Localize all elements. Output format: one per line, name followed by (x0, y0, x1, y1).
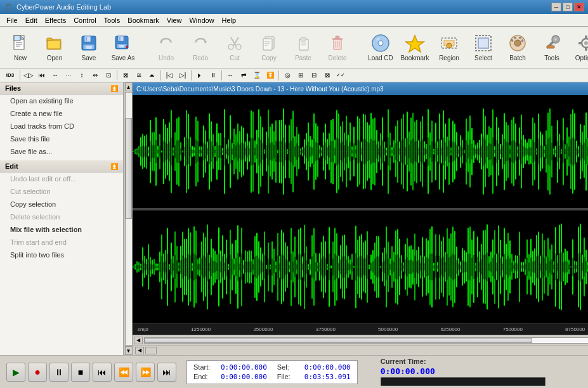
sidebar-copy[interactable]: Copy selection (0, 198, 123, 210)
tb2-btn-8[interactable]: ⊠ (119, 70, 132, 81)
sidebar-create-file[interactable]: Create a new file (0, 107, 123, 120)
tb2-btn-2[interactable]: ⏮ (36, 70, 48, 81)
stop-button[interactable]: ■ (71, 363, 90, 382)
tb2-btn-20[interactable]: ⊞ (294, 70, 307, 81)
tb2-btn-21[interactable]: ⊟ (308, 70, 320, 81)
scroll-thumb[interactable] (145, 338, 532, 343)
tb2-btn-10[interactable]: ⏶ (146, 70, 159, 81)
start-label: Start: (193, 363, 216, 371)
tb2-btn-16[interactable]: ⇄ (237, 70, 250, 81)
files-section-collapse[interactable]: ⏫ (110, 85, 118, 92)
tb2-btn-13[interactable]: ⏵ (193, 70, 206, 81)
scroll-left[interactable]: ◀ (134, 337, 143, 344)
tb2-btn-22[interactable]: ⊠ (321, 70, 334, 81)
toolbar-cut-button[interactable]: Cut (218, 30, 251, 65)
new-icon (10, 33, 30, 53)
tb2-btn-5[interactable]: ↕ (75, 70, 88, 81)
waveform-title: C:\Users\Seba\Documents\Music\3 Doors Do… (136, 86, 384, 93)
sidebar-save-as[interactable]: Save file as... (0, 145, 123, 158)
next-button[interactable]: ⏭ (157, 363, 176, 382)
sidebar-split[interactable]: Split into two files (0, 249, 123, 261)
play-button[interactable]: ▶ (6, 363, 25, 382)
svg-text:*: * (126, 45, 128, 52)
prev-button[interactable]: ⏮ (93, 363, 112, 382)
maximize-button[interactable]: □ (563, 3, 573, 11)
toolbar-options-button[interactable]: Options (570, 30, 588, 65)
tb2-btn-4[interactable]: ⋯ (62, 70, 75, 81)
waveform-top-canvas[interactable] (133, 95, 588, 208)
sidebar-open-file[interactable]: Open an existing file (0, 94, 123, 107)
start-time-row: Start: 0:00:00.000 Sel: 0:00:00.000 (193, 363, 351, 372)
minimize-button[interactable]: ─ (551, 3, 561, 11)
tb2-btn-12[interactable]: ▷| (176, 70, 189, 81)
select-label: Select (474, 55, 492, 61)
edit-section: Edit ⏫ Undo last edit or eff... Cut sele… (0, 160, 123, 261)
menu-help[interactable]: Help (218, 15, 240, 25)
toolbar-undo-button[interactable]: Undo (150, 30, 183, 65)
sidebar-load-cd[interactable]: Load tracks from CD (0, 120, 123, 133)
tb2-btn-18[interactable]: ⏬ (264, 70, 277, 81)
menu-file[interactable]: File (3, 15, 22, 25)
menu-bookmark[interactable]: Bookmark (124, 15, 163, 25)
record-button[interactable]: ● (28, 363, 47, 382)
svg-rect-54 (514, 37, 516, 39)
menu-window[interactable]: Window (185, 15, 218, 25)
menu-control[interactable]: Control (70, 15, 100, 25)
toolbar-load-cd-button[interactable]: Load CD (364, 30, 397, 65)
tb2-btn-3[interactable]: ↔ (49, 70, 62, 81)
edit-section-collapse[interactable]: ⏫ (110, 163, 118, 170)
tb2-btn-6[interactable]: ⇔ (89, 70, 101, 81)
menu-tools[interactable]: Tools (100, 15, 124, 25)
toolbar-region-button[interactable]: Region (433, 30, 466, 65)
toolbar-delete-button[interactable]: Delete (321, 30, 354, 65)
sidebar-mix[interactable]: Mix file with selection (0, 223, 123, 236)
tb2-btn-23[interactable]: ✓✓ (334, 70, 347, 81)
tl-7500000: 7500000 (503, 327, 523, 332)
sidebar-scroll-track[interactable] (125, 92, 133, 346)
toolbar-save-as-button[interactable]: * Save As (107, 30, 140, 65)
v-scroll-thumb[interactable] (145, 347, 157, 354)
waveform-bottom-canvas[interactable] (133, 210, 588, 323)
svg-rect-17 (119, 37, 121, 41)
sidebar-save-file[interactable]: Save this file (0, 133, 123, 145)
scroll-track[interactable] (144, 337, 588, 344)
close-button[interactable]: ✕ (574, 3, 584, 11)
open-icon (44, 33, 65, 53)
id3-button[interactable]: ID3 (3, 70, 18, 81)
toolbar-bookmark-button[interactable]: Bookmark (398, 30, 431, 65)
toolbar-redo-button[interactable]: Redo (184, 30, 217, 65)
toolbar-save-button[interactable]: Save (72, 30, 105, 65)
tb2-btn-9[interactable]: ≋ (133, 70, 145, 81)
toolbar-batch-button[interactable]: Batch (501, 30, 534, 65)
rewind-button[interactable]: ⏪ (114, 363, 133, 382)
tb2-btn-11[interactable]: |◁ (163, 70, 176, 81)
toolbar-tools-button[interactable]: Tools (535, 30, 568, 65)
forward-button[interactable]: ⏩ (136, 363, 155, 382)
tb2-btn-7[interactable]: ⊡ (102, 70, 115, 81)
svg-rect-19 (119, 45, 124, 48)
toolbar-group-edit: Undo Redo Cut (150, 30, 354, 65)
toolbar-copy-button[interactable]: Copy (252, 30, 285, 65)
tb2-btn-15[interactable]: ↔ (224, 70, 237, 81)
waveform-tracks: 30000 20000 10000 0 10000 20000 30000 (133, 95, 588, 208)
sidebar-scroll-down[interactable]: ▼ (125, 346, 133, 355)
sidebar-scroll-up[interactable]: ▲ (125, 82, 133, 91)
tb2-btn-1[interactable]: ◁▷ (22, 70, 35, 81)
batch-icon (507, 33, 528, 53)
waveform-display: 30000 20000 10000 0 10000 20000 30000 30… (133, 95, 588, 323)
menu-edit[interactable]: Edit (22, 15, 41, 25)
current-time-area: Current Time: 0:00:00.000 (381, 358, 546, 386)
menu-effects[interactable]: Effects (41, 15, 70, 25)
tb2-btn-19[interactable]: ◎ (281, 70, 294, 81)
toolbar-open-button[interactable]: Open (38, 30, 71, 65)
toolbar-paste-button[interactable]: Paste (287, 30, 320, 65)
toolbar-new-button[interactable]: New (4, 30, 37, 65)
sidebar-scroll-thumb[interactable] (126, 118, 132, 219)
toolbar-select-button[interactable]: Select (467, 30, 500, 65)
pause-button[interactable]: ⏸ (49, 363, 69, 382)
svg-rect-64 (585, 36, 587, 39)
v-scroll-up[interactable]: ◀ (135, 347, 144, 354)
menu-view[interactable]: View (163, 15, 186, 25)
tb2-btn-17[interactable]: ⌛ (251, 70, 263, 81)
tb2-btn-14[interactable]: ⏸ (207, 70, 219, 81)
